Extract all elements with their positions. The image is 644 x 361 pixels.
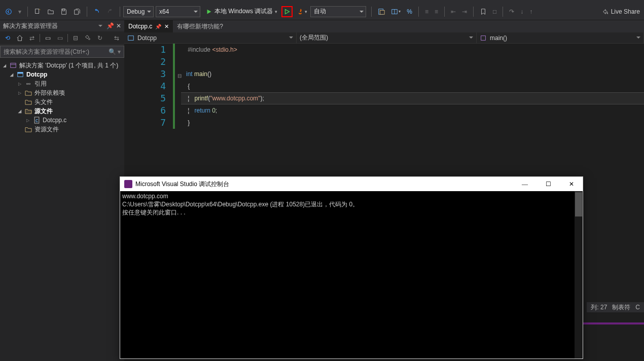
solution-icon <box>9 62 17 69</box>
sync-icon[interactable]: ⇄ <box>27 33 37 43</box>
undo-button[interactable] <box>91 6 102 17</box>
solution-search-input[interactable]: 搜索解决方案资源管理器(Ctrl+;) 🔍 ▾ <box>0 46 124 58</box>
language-indicator[interactable]: C <box>635 304 640 311</box>
svg-text:c: c <box>35 117 38 123</box>
references-icon: ▫▫ <box>24 80 32 87</box>
indent-more-icon[interactable]: ≡ <box>433 6 440 17</box>
uncomment-icon[interactable]: □ <box>491 6 498 17</box>
open-button[interactable] <box>45 6 56 17</box>
collapse-icon[interactable]: ⊟ <box>71 33 80 43</box>
panel-options-icon[interactable] <box>98 25 102 27</box>
svg-rect-2 <box>62 9 64 11</box>
column-indicator: 列: 27 <box>591 303 607 312</box>
bookmark-icon[interactable] <box>478 6 489 17</box>
nav-project-dropdown[interactable]: Dotcpp <box>124 32 297 43</box>
console-output[interactable]: www.dotcpp.com C:\Users\雪雾\Desktop\Dotcp… <box>120 191 583 358</box>
indent-icon[interactable]: ⇥ <box>460 6 469 17</box>
folder-icon <box>24 98 32 105</box>
solution-explorer-toolbar: ⟲ ⇄ ▭ ▭ ⊟ ↻ ⇆ <box>0 31 124 45</box>
show-all-icon[interactable]: ▭ <box>55 33 64 43</box>
svg-rect-10 <box>18 73 23 74</box>
outdent-icon[interactable]: ⇤ <box>449 6 458 17</box>
comment-icon[interactable]: % <box>405 6 414 17</box>
properties-icon[interactable] <box>83 33 92 43</box>
svg-rect-14 <box>481 35 486 40</box>
code-editor[interactable]: 1 2 3 4 5 6 7 ⊟ #include <stdio.h> int m… <box>124 44 644 129</box>
source-file-node[interactable]: c Dotcpp.c <box>0 116 124 125</box>
solution-explorer-panel: 解决方案资源管理器 📌 ✕ ⟲ ⇄ ▭ ▭ ⊟ ↻ ⇆ 搜索解决方案资源管理器(… <box>0 20 124 361</box>
new-item-button[interactable] <box>32 6 43 17</box>
vs-icon <box>124 180 132 188</box>
headers-node[interactable]: 头文件 <box>0 97 124 106</box>
view-icon[interactable]: ⇆ <box>112 33 121 43</box>
svg-rect-1 <box>35 9 39 13</box>
config-dropdown[interactable]: Debug <box>123 6 154 17</box>
save-all-button[interactable] <box>71 6 83 17</box>
nav-function-dropdown[interactable]: main() <box>477 32 644 43</box>
start-without-debug-button[interactable] <box>281 6 293 17</box>
sources-node[interactable]: 源文件 <box>0 106 124 116</box>
maximize-button[interactable]: ☐ <box>541 181 555 188</box>
tab-whatsnew[interactable]: 有哪些新增功能? <box>173 20 227 32</box>
solution-tree: 解决方案 'Dotcpp' (1 个项目, 共 1 个) Dotcpp ▫▫ 引… <box>0 59 124 136</box>
close-icon[interactable]: ✕ <box>116 22 121 29</box>
accent-bar <box>583 322 644 324</box>
code-nav-bar: Dotcpp (全局范围) main() <box>124 32 644 44</box>
svg-rect-7 <box>11 63 16 68</box>
find-in-files-icon[interactable] <box>376 6 387 17</box>
svg-rect-4 <box>380 10 385 14</box>
minimize-button[interactable]: — <box>518 181 532 188</box>
back-icon[interactable]: ⟲ <box>3 33 12 43</box>
live-share-button[interactable]: Live Share <box>602 8 644 15</box>
function-icon <box>480 34 487 42</box>
console-title: Microsoft Visual Studio 调试控制台 <box>135 180 229 189</box>
redo-button[interactable] <box>104 6 116 17</box>
project-icon <box>16 71 24 78</box>
external-deps-node[interactable]: 外部依赖项 <box>0 88 124 97</box>
refresh-icon[interactable]: ↻ <box>95 33 104 43</box>
pin-icon[interactable]: 📌 <box>106 22 114 29</box>
nav-fwd-button[interactable]: ▾ <box>16 6 23 17</box>
status-bar: 列: 27 制表符 C <box>587 302 644 312</box>
fold-icon[interactable]: ⊟ <box>177 70 182 82</box>
save-button[interactable] <box>58 6 69 17</box>
nav-scope-dropdown[interactable]: (全局范围) <box>297 32 477 43</box>
pin-icon[interactable]: 📌 <box>155 24 161 29</box>
indent-less-icon[interactable]: ≡ <box>423 6 431 17</box>
close-button[interactable]: ✕ <box>564 181 579 188</box>
step-out-icon[interactable]: ↑ <box>527 6 534 17</box>
svg-point-0 <box>6 9 12 14</box>
start-debug-button[interactable]: 本地 Windows 调试器 ▾ <box>202 6 280 17</box>
change-bar <box>173 44 175 129</box>
folder-open-icon <box>24 107 32 115</box>
close-icon[interactable]: ✕ <box>164 23 169 30</box>
step-into-icon[interactable]: ↓ <box>518 6 525 17</box>
hot-reload-button[interactable]: ▾ <box>295 6 309 17</box>
auto-dropdown[interactable]: 自动 <box>310 6 366 17</box>
solution-root[interactable]: 解决方案 'Dotcpp' (1 个项目, 共 1 个) <box>0 61 124 70</box>
references-node[interactable]: ▫▫ 引用 <box>0 79 124 88</box>
console-scrollbar[interactable] <box>575 191 583 358</box>
debug-console-window: Microsoft Visual Studio 调试控制台 — ☐ ✕ www.… <box>120 176 583 359</box>
svg-rect-13 <box>128 35 134 40</box>
main-toolbar: ▾ Debug x64 本地 Windows 调试器 ▾ ▾ 自动 ▾ % ≡ … <box>0 3 644 20</box>
filter-icon[interactable]: ▭ <box>43 33 52 43</box>
folder-icon <box>24 89 32 96</box>
window-layout-icon[interactable]: ▾ <box>389 6 403 17</box>
step-over-icon[interactable]: ↷ <box>507 6 516 17</box>
project-node[interactable]: Dotcpp <box>0 70 124 79</box>
tab-mode-indicator[interactable]: 制表符 <box>612 303 630 312</box>
project-icon <box>127 34 134 42</box>
home-icon[interactable] <box>15 33 24 43</box>
solution-explorer-header: 解决方案资源管理器 📌 ✕ <box>0 20 124 31</box>
tab-dotcpp[interactable]: Dotcpp.c 📌 ✕ <box>124 20 173 32</box>
c-file-icon: c <box>32 117 41 124</box>
line-number-gutter: 1 2 3 4 5 6 7 <box>124 44 170 129</box>
folder-icon <box>24 126 32 133</box>
console-titlebar[interactable]: Microsoft Visual Studio 调试控制台 — ☐ ✕ <box>120 177 583 191</box>
platform-dropdown[interactable]: x64 <box>156 6 200 17</box>
editor-tabstrip: Dotcpp.c 📌 ✕ 有哪些新增功能? <box>124 20 644 32</box>
resources-node[interactable]: 资源文件 <box>0 125 124 134</box>
nav-back-button[interactable] <box>3 6 14 17</box>
